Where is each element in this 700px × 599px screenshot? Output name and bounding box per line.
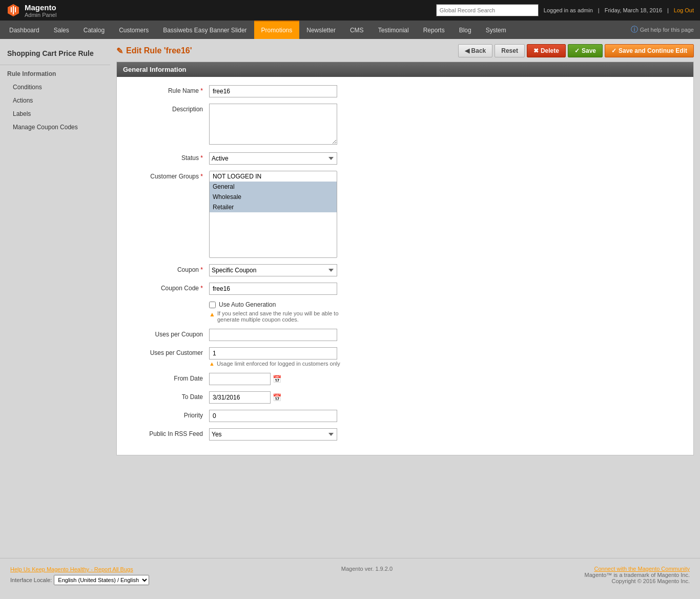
to-date-input[interactable] xyxy=(209,391,271,404)
auto-gen-info: ▲ If you select and save the rule you wi… xyxy=(209,310,339,323)
main-content: ✎ Edit Rule 'free16' ◀ Back Reset ✖ Dele… xyxy=(110,39,700,543)
nav-bar: Dashboard Sales Catalog Customers Bassiw… xyxy=(0,21,700,39)
to-date-row-inner: 📅 xyxy=(209,391,281,404)
to-date-row: To Date 📅 xyxy=(127,391,683,404)
general-info-panel: General Information Rule Name * Descript… xyxy=(116,62,694,455)
nav-item-customers[interactable]: Customers xyxy=(112,21,156,39)
sidebar-title: Shopping Cart Price Rule xyxy=(0,45,110,63)
rule-name-label: Rule Name * xyxy=(127,85,209,94)
warn-icon: ▲ xyxy=(209,311,215,318)
sidebar-item-actions[interactable]: Actions xyxy=(0,94,110,107)
coupon-code-label: Coupon Code * xyxy=(127,283,209,292)
coupon-code-input[interactable] xyxy=(209,283,337,295)
to-date-control: 📅 xyxy=(209,391,281,404)
usage-note: ▲ Usage limit enforced for logged in cus… xyxy=(209,361,340,367)
nav-item-newsletter[interactable]: Newsletter xyxy=(299,21,343,39)
nav-item-testimonial[interactable]: Testimonial xyxy=(371,21,416,39)
trademark-text: Magento™ is a trademark of Magento Inc. xyxy=(585,572,690,578)
auto-gen-checkbox[interactable] xyxy=(209,302,216,308)
nav-item-system[interactable]: System xyxy=(479,21,513,39)
rss-row: Public In RSS Feed Yes No xyxy=(127,428,683,441)
locale-row: Interface Locale: English (United States… xyxy=(10,575,149,585)
description-textarea[interactable] xyxy=(209,104,337,145)
auto-gen-spacer xyxy=(127,301,209,303)
uses-per-customer-control: ▲ Usage limit enforced for logged in cus… xyxy=(209,347,340,367)
separator2: | xyxy=(667,7,669,13)
logout-link[interactable]: Log Out xyxy=(674,7,694,13)
coupon-row: Coupon * No Coupon Specific Coupon Auto … xyxy=(127,264,683,276)
nav-help: ⓘ Get help for this page xyxy=(631,21,698,39)
sidebar-item-manage-coupons[interactable]: Manage Coupon Codes xyxy=(0,121,110,134)
rss-label: Public In RSS Feed xyxy=(127,428,209,437)
nav-item-cms[interactable]: CMS xyxy=(343,21,371,39)
back-button[interactable]: ◀ Back xyxy=(458,44,493,57)
page-header: ✎ Edit Rule 'free16' ◀ Back Reset ✖ Dele… xyxy=(116,44,694,57)
coupon-code-row: Coupon Code * xyxy=(127,283,683,295)
top-bar: Magento Admin Panel Logged in as admin |… xyxy=(0,0,700,21)
delete-icon: ✖ xyxy=(533,47,539,54)
rule-name-control xyxy=(209,85,337,97)
save-button[interactable]: ✓ Save xyxy=(568,44,603,57)
action-buttons: ◀ Back Reset ✖ Delete ✓ Save ✓ Save and … xyxy=(458,44,694,57)
delete-button[interactable]: ✖ Delete xyxy=(527,44,566,57)
rule-name-row: Rule Name * xyxy=(127,85,683,97)
description-row: Description xyxy=(127,104,683,146)
locale-label: Interface Locale: xyxy=(10,577,52,583)
save-icon: ✓ xyxy=(574,47,580,54)
nav-item-reports[interactable]: Reports xyxy=(416,21,452,39)
coupon-code-control xyxy=(209,283,337,295)
uses-per-customer-input[interactable] xyxy=(209,347,337,360)
from-date-cal-icon[interactable]: 📅 xyxy=(273,375,281,383)
reset-button[interactable]: Reset xyxy=(495,44,525,57)
top-right-area: Logged in as admin | Friday, March 18, 2… xyxy=(436,4,694,16)
priority-input[interactable] xyxy=(209,410,337,422)
uses-per-coupon-control xyxy=(209,329,337,341)
customer-groups-multiselect[interactable]: NOT LOGGED IN General Wholesale Retailer xyxy=(209,171,337,258)
user-info: Logged in as admin xyxy=(544,7,593,13)
locale-select[interactable]: English (United States) / English xyxy=(54,575,149,585)
separator: | xyxy=(598,7,600,13)
coupon-label: Coupon * xyxy=(127,264,209,273)
coupon-select[interactable]: No Coupon Specific Coupon Auto Generated… xyxy=(209,264,337,276)
delete-label: Delete xyxy=(541,47,559,54)
form-body: Rule Name * Description Status xyxy=(117,77,693,455)
nav-item-promotions[interactable]: Promotions xyxy=(254,21,300,39)
auto-gen-label[interactable]: Use Auto Generation xyxy=(219,301,276,308)
rule-name-input[interactable] xyxy=(209,85,337,97)
description-label: Description xyxy=(127,104,209,113)
panel-header: General Information xyxy=(117,62,693,77)
report-bugs-link[interactable]: Help Us Keep Magento Healthy - Report Al… xyxy=(10,566,133,572)
nav-item-blog[interactable]: Blog xyxy=(452,21,479,39)
reset-label: Reset xyxy=(501,47,518,54)
version-text: Magento ver. 1.9.2.0 xyxy=(341,566,393,572)
nav-item-banner-slider[interactable]: Bassiwebs Easy Banner Slider xyxy=(156,21,254,39)
back-icon: ◀ xyxy=(465,47,469,54)
logo-title: Magento xyxy=(25,3,56,12)
from-date-input[interactable] xyxy=(209,373,271,385)
to-date-cal-icon[interactable]: 📅 xyxy=(273,393,281,402)
to-date-label: To Date xyxy=(127,391,209,401)
nav-item-dashboard[interactable]: Dashboard xyxy=(2,21,47,39)
rss-control: Yes No xyxy=(209,428,337,441)
back-label: Back xyxy=(471,47,486,54)
community-link[interactable]: Connect with the Magento Community xyxy=(594,566,690,572)
edit-icon: ✎ xyxy=(116,46,123,56)
description-control xyxy=(209,104,337,146)
uses-per-coupon-label: Uses per Coupon xyxy=(127,329,209,338)
status-select[interactable]: Active Inactive xyxy=(209,152,337,165)
save-continue-icon: ✓ xyxy=(611,47,616,54)
sidebar-item-labels[interactable]: Labels xyxy=(0,107,110,121)
priority-label: Priority xyxy=(127,410,209,419)
save-label: Save xyxy=(582,47,596,54)
sidebar-item-conditions[interactable]: Conditions xyxy=(0,81,110,94)
nav-item-sales[interactable]: Sales xyxy=(47,21,76,39)
nav-item-catalog[interactable]: Catalog xyxy=(76,21,112,39)
save-continue-button[interactable]: ✓ Save and Continue Edit xyxy=(605,44,694,57)
customer-groups-label: Customer Groups * xyxy=(127,171,209,180)
customer-groups-row: Customer Groups * NOT LOGGED IN General … xyxy=(127,171,683,258)
rss-select[interactable]: Yes No xyxy=(209,428,337,441)
auto-gen-control: Use Auto Generation ▲ If you select and … xyxy=(209,301,339,323)
sidebar-section-rule-info[interactable]: Rule Information xyxy=(0,67,110,81)
uses-per-coupon-input[interactable] xyxy=(209,329,337,341)
global-search-input[interactable] xyxy=(436,4,539,16)
